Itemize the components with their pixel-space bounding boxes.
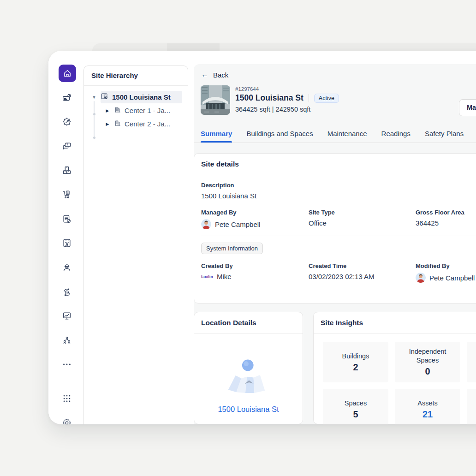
description-value: 1500 Louisiana St bbox=[201, 192, 476, 200]
divider bbox=[309, 94, 309, 102]
stat-tile-spaces: Spaces 5 bbox=[323, 389, 388, 424]
buildings-count: 2 bbox=[353, 362, 358, 373]
spaces-count: 5 bbox=[353, 409, 358, 420]
tab-summary[interactable]: Summary bbox=[201, 124, 232, 143]
gross-floor-area-value: 364425 bbox=[416, 219, 476, 227]
app-window: ? bbox=[48, 51, 476, 424]
main-content: ← Back #1297644 1500 Louisiana St Active… bbox=[194, 64, 476, 424]
stakeholders-icon[interactable] bbox=[62, 335, 72, 345]
site-icon bbox=[101, 92, 108, 102]
managed-by-label: Managed By bbox=[201, 209, 309, 216]
created-time-label: Created Time bbox=[309, 262, 416, 269]
modified-by-value: Pete Campbell bbox=[429, 274, 475, 282]
created-time-value: 03/02/2023 02:13 AM bbox=[309, 273, 416, 280]
caret-right-icon[interactable]: ▶ bbox=[105, 122, 110, 126]
tree-row-child[interactable]: ▶ Center 1 - Ja... bbox=[84, 104, 188, 117]
tab-maintenance[interactable]: Maintenance bbox=[327, 124, 367, 143]
site-header-text: #1297644 1500 Louisiana St Active 364425… bbox=[235, 86, 339, 113]
site-type-label: Site Type bbox=[309, 209, 416, 216]
procurement-icon[interactable] bbox=[62, 190, 72, 200]
svg-text:?: ? bbox=[66, 143, 68, 146]
analytics-icon[interactable] bbox=[62, 311, 72, 321]
site-area: 364425 sqft | 242950 sqft bbox=[235, 106, 339, 113]
tree-child-label[interactable]: Center 1 - Ja... bbox=[125, 107, 170, 114]
site-tree: ▼ 1500 Louisiana St ▶ Center 1 - Ja... ▶ bbox=[84, 86, 188, 131]
sidebar-rail: ? bbox=[48, 51, 83, 424]
location-details-card: Location Details 1500 Louisiana St bbox=[194, 312, 303, 424]
manage-button[interactable]: Manage bbox=[459, 99, 476, 116]
vendors-icon[interactable] bbox=[62, 262, 72, 273]
created-by-value: Mike bbox=[217, 273, 232, 280]
site-hierarchy-panel: Site Hierarchy ▼ 1500 Louisiana St ▶ Cen… bbox=[83, 65, 188, 424]
site-hierarchy-title: Site Hierarchy bbox=[84, 66, 188, 86]
gross-floor-area-label: Gross Floor Area bbox=[416, 209, 476, 216]
system-information-chip: System Information bbox=[201, 243, 263, 254]
tenants-icon[interactable] bbox=[62, 238, 72, 248]
back-button[interactable]: ← Back bbox=[201, 71, 228, 79]
caret-right-icon[interactable]: ▶ bbox=[105, 108, 110, 113]
site-details-title: Site details bbox=[194, 154, 476, 175]
building-icon bbox=[114, 106, 121, 115]
page-title: 1500 Louisiana St bbox=[235, 93, 303, 103]
more-icon[interactable] bbox=[62, 359, 72, 369]
site-type-value: Office bbox=[309, 219, 416, 227]
stat-tile-buildings: Buildings 2 bbox=[323, 342, 388, 382]
avatar bbox=[416, 273, 426, 283]
tab-safety-plans[interactable]: Safety Plans bbox=[425, 124, 464, 143]
service-gear-icon[interactable] bbox=[62, 117, 72, 127]
stat-tile-independent-spaces: Independent Spaces 0 bbox=[395, 342, 460, 382]
independent-spaces-count: 0 bbox=[425, 366, 430, 377]
map-illustration bbox=[224, 357, 273, 396]
tree-row-child[interactable]: ▶ Center 2 - Ja... bbox=[84, 117, 188, 131]
tree-root-label[interactable]: 1500 Louisiana St bbox=[112, 93, 171, 101]
site-photo bbox=[201, 85, 230, 115]
back-arrow-icon: ← bbox=[201, 71, 208, 79]
automation-icon[interactable] bbox=[62, 287, 72, 297]
helpdesk-icon[interactable]: ? bbox=[62, 141, 72, 151]
site-details-card: Site details Description 1500 Louisiana … bbox=[194, 153, 476, 303]
managed-by-value: Pete Campbell bbox=[215, 220, 260, 228]
stat-tile bbox=[467, 389, 476, 424]
stat-tile-assets: Assets 21 bbox=[395, 389, 460, 424]
tab-bar: Summary Buildings and Spaces Maintenance… bbox=[194, 124, 476, 143]
tab-readings[interactable]: Readings bbox=[381, 124, 411, 143]
settings-icon[interactable] bbox=[62, 418, 72, 424]
home-icon[interactable] bbox=[59, 65, 76, 82]
avatar bbox=[201, 219, 211, 229]
assets-count-link[interactable]: 21 bbox=[422, 409, 433, 420]
building-icon bbox=[114, 119, 121, 128]
status-badge: Active bbox=[314, 94, 339, 103]
description-label: Description bbox=[201, 182, 476, 189]
divider bbox=[201, 236, 476, 236]
stat-tile bbox=[467, 342, 476, 382]
meter-icon[interactable] bbox=[62, 93, 72, 103]
site-id: #1297644 bbox=[235, 86, 339, 92]
inventory-icon[interactable] bbox=[62, 165, 72, 175]
facilio-logo: facilio bbox=[201, 274, 213, 279]
modified-by-label: Modified By bbox=[416, 262, 476, 269]
site-insights-title: Site Insights bbox=[314, 312, 476, 334]
apps-grid-icon[interactable] bbox=[62, 393, 72, 404]
contracts-icon[interactable] bbox=[62, 214, 72, 224]
site-insights-card: Site Insights Buildings 2 Independent Sp… bbox=[313, 312, 476, 424]
insights-grid: Buildings 2 Independent Spaces 0 Spaces … bbox=[314, 334, 476, 424]
location-address-link[interactable]: 1500 Louisiana St bbox=[214, 404, 283, 414]
tree-row-root[interactable]: ▼ 1500 Louisiana St bbox=[84, 90, 188, 104]
tab-buildings-and-spaces[interactable]: Buildings and Spaces bbox=[246, 124, 313, 143]
created-by-label: Created By bbox=[201, 262, 309, 269]
location-details-title: Location Details bbox=[194, 312, 303, 334]
caret-down-icon[interactable]: ▼ bbox=[91, 95, 97, 100]
tree-child-label[interactable]: Center 2 - Ja... bbox=[125, 120, 170, 128]
